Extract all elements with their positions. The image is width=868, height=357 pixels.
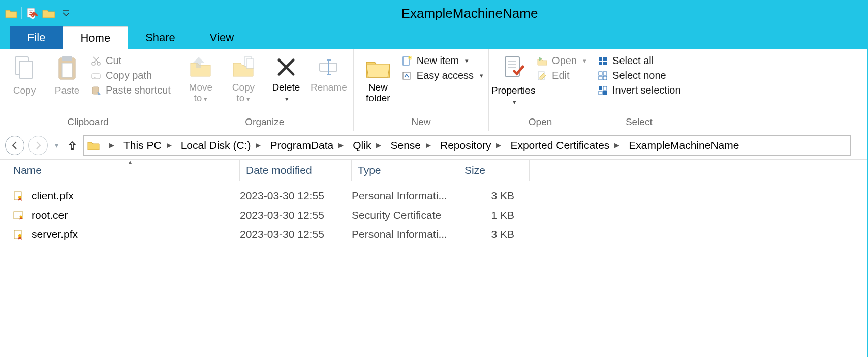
svg-point-46 (18, 196, 21, 199)
svg-rect-9 (62, 63, 72, 77)
copy-to-label: Copy to (232, 82, 255, 103)
new-folder-icon[interactable] (42, 8, 55, 19)
svg-rect-7 (59, 58, 75, 79)
delete-button[interactable]: Delete▾ (267, 52, 305, 106)
cut-button[interactable]: Cut (90, 55, 171, 67)
svg-rect-32 (538, 72, 544, 80)
svg-rect-6 (19, 61, 33, 78)
svg-rect-34 (603, 57, 607, 61)
tab-view[interactable]: View (193, 26, 251, 49)
svg-rect-41 (599, 86, 602, 90)
crumb-current[interactable]: ExampleMachineName (626, 139, 742, 152)
properties-icon[interactable] (26, 7, 38, 19)
column-size[interactable]: Size (458, 160, 530, 181)
rename-button[interactable]: Rename (309, 52, 348, 95)
svg-rect-35 (599, 62, 602, 65)
svg-rect-42 (603, 86, 607, 90)
forward-button[interactable] (28, 136, 48, 155)
svg-point-3 (30, 15, 35, 19)
new-item-button[interactable]: New item▾ (401, 55, 483, 67)
svg-rect-45 (14, 192, 21, 200)
svg-rect-38 (603, 72, 607, 75)
edit-button[interactable]: Edit (537, 70, 586, 81)
tab-share[interactable]: Share (128, 26, 193, 49)
select-all-icon (597, 55, 608, 67)
group-clipboard-label: Clipboard (5, 115, 171, 130)
svg-rect-43 (599, 91, 602, 95)
qat-customize-icon[interactable] (59, 9, 73, 18)
file-type: Personal Informati... (352, 228, 458, 241)
svg-rect-27 (403, 72, 410, 79)
copy-label: Copy (13, 85, 36, 96)
tab-home[interactable]: Home (63, 26, 128, 49)
edit-icon (537, 70, 548, 81)
back-button[interactable] (5, 136, 24, 155)
svg-rect-21 (320, 63, 337, 71)
group-select-label: Select (597, 115, 681, 130)
column-type[interactable]: Type (352, 160, 458, 181)
svg-rect-37 (599, 72, 602, 75)
folder-icon (5, 8, 17, 19)
rename-label: Rename (311, 82, 347, 93)
move-to-button[interactable]: Move to▾ (181, 52, 220, 106)
svg-rect-17 (244, 57, 252, 66)
svg-rect-16 (92, 87, 99, 94)
column-headers: ▲ Name Date modified Type Size (0, 160, 867, 181)
recent-locations-button[interactable]: ▾ (52, 141, 61, 150)
certificate-pfx-icon (11, 190, 25, 201)
file-date: 2023-03-30 12:55 (240, 190, 352, 202)
svg-rect-36 (603, 62, 607, 65)
up-button[interactable] (65, 140, 79, 151)
select-all-button[interactable]: Select all (597, 55, 681, 67)
crumb-repository[interactable]: Repository▶ (437, 139, 507, 152)
paste-shortcut-button[interactable]: Paste shortcut (90, 84, 171, 96)
svg-point-50 (18, 234, 21, 237)
window-title: ExampleMachineName (77, 6, 862, 21)
explorer-window: ExampleMachineName File Home Share View … (0, 0, 868, 357)
column-name[interactable]: Name (11, 160, 240, 181)
svg-rect-44 (603, 91, 607, 95)
new-folder-button[interactable]: New folder (359, 52, 397, 106)
group-select: Select all Select none Invert selection … (592, 49, 686, 131)
list-item[interactable]: root.cer 2023-03-30 12:55 Security Certi… (11, 205, 856, 225)
tab-file[interactable]: File (10, 26, 63, 49)
properties-button[interactable]: Properties▾ (494, 52, 533, 109)
svg-rect-5 (15, 57, 28, 74)
svg-rect-25 (403, 57, 409, 65)
crumb-exported-certs[interactable]: Exported Certificates▶ (507, 139, 626, 152)
list-item[interactable]: client.pfx 2023-03-30 12:55 Personal Inf… (11, 186, 856, 205)
properties-label: Properties (491, 85, 536, 96)
crumb-local-disk[interactable]: Local Disk (C:)▶ (178, 139, 267, 152)
nav-bar: ▾ ▶ This PC▶ Local Disk (C:)▶ ProgramDat… (0, 131, 867, 160)
list-item[interactable]: server.pfx 2023-03-30 12:55 Personal Inf… (11, 225, 856, 244)
title-bar: ExampleMachineName (0, 0, 867, 26)
group-organize: Move to▾ Copy to▾ Delete▾ Rename Organiz… (176, 49, 354, 131)
copy-path-button[interactable]: … Copy path (90, 70, 171, 81)
crumb-qlik[interactable]: Qlik▶ (350, 139, 387, 152)
select-none-button[interactable]: Select none (597, 70, 681, 81)
crumb-sense[interactable]: Sense▶ (387, 139, 437, 152)
crumb-this-pc[interactable]: This PC▶ (120, 139, 178, 152)
copy-button[interactable]: Copy (5, 52, 44, 98)
file-type: Personal Informati... (352, 190, 458, 202)
delete-label: Delete (272, 82, 300, 93)
svg-rect-14 (92, 74, 100, 79)
invert-selection-button[interactable]: Invert selection (597, 84, 681, 96)
address-bar[interactable]: ▶ This PC▶ Local Disk (C:)▶ ProgramData▶… (83, 135, 851, 156)
file-date: 2023-03-30 12:55 (240, 228, 352, 241)
crumb-programdata[interactable]: ProgramData▶ (267, 139, 350, 152)
copy-path-label: Copy path (106, 70, 152, 81)
svg-rect-0 (27, 8, 35, 17)
group-clipboard: Copy Paste Cut … Copy path (0, 49, 176, 131)
copy-path-icon: … (90, 70, 102, 81)
svg-rect-40 (603, 76, 607, 80)
svg-line-13 (93, 57, 98, 62)
paste-button[interactable]: Paste (48, 52, 86, 98)
file-name: root.cer (32, 209, 240, 221)
file-list: client.pfx 2023-03-30 12:55 Personal Inf… (0, 181, 867, 249)
file-type: Security Certificate (352, 209, 458, 221)
copy-to-button[interactable]: Copy to▾ (224, 52, 263, 106)
easy-access-button[interactable]: Easy access▾ (401, 70, 483, 81)
open-button[interactable]: Open▾ (537, 55, 586, 67)
column-date-modified[interactable]: Date modified (240, 160, 352, 181)
